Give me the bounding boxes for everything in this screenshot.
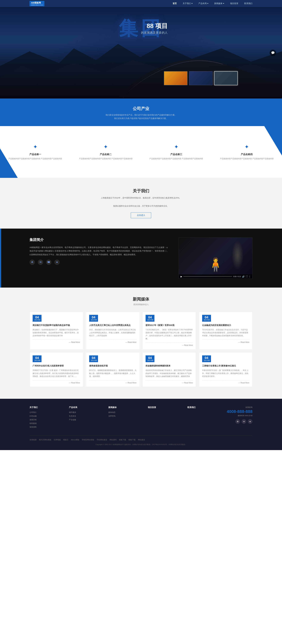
footer-hotline-number: 4008-888-888	[227, 409, 252, 414]
video-player[interactable]: 🧍 ▶ 0:00 / 0:13 🔊 ⛶ ⋮	[179, 238, 252, 279]
footer-link-8[interactable]: 模板下载	[119, 438, 126, 441]
footer-products-list: 城市建设 生态农业 产业金融	[69, 411, 102, 421]
hero-thumb-1[interactable]	[164, 71, 187, 85]
nav-item-contact[interactable]: 联系我们	[244, 2, 252, 5]
group-icon-share[interactable]: ♻	[30, 260, 35, 265]
about-title: 关于我们	[0, 188, 282, 194]
product-name-2: 产品名称二	[74, 153, 138, 156]
group-blue-bar	[0, 228, 1, 288]
news-date-7: 04 2017/08	[146, 356, 154, 362]
footer-products-title: 产品布局	[69, 406, 102, 409]
news-card-5: 04 2017/08 广州对外企实行准入负面清单管理 市商务厅7月17日到《主要…	[30, 352, 83, 387]
tri-right	[264, 126, 282, 156]
product-name-3: 产品名称三	[144, 153, 209, 156]
industry-desc2: 我们还在努力为客户提供客户提供优质的产品服务和解决方案。	[0, 117, 282, 120]
news-readmore-2[interactable]: — Read More	[89, 340, 137, 343]
products-grid: ✦ 产品名称一 产品描述内容产品描述内容产品描述内容 产品描述内容产品描述内容 …	[0, 138, 282, 166]
nav-item-home[interactable]: 首页	[173, 2, 177, 5]
news-card-title-4: 让金融成为经济发展的重要动力	[202, 324, 249, 327]
logo-box: AB模板网 WWW.Aibocn.Com	[30, 1, 45, 6]
hero-thumb-3[interactable]	[214, 71, 238, 85]
news-readmore-5[interactable]: — Read More	[33, 380, 80, 384]
news-readmore-3[interactable]: — Read More	[146, 342, 193, 346]
video-play-button[interactable]: ▶	[181, 275, 182, 278]
news-date-6: 04 2017/08	[89, 356, 98, 362]
news-card-desc-4: 7月14日至15日，全国金融工作会议在北京召开。习近平总书记出席会议并发表重要讲…	[202, 328, 249, 337]
group-icon-phone[interactable]: ☎	[46, 260, 51, 265]
news-date-2: 04 2017/08	[89, 315, 98, 322]
product-desc-4: 产品描述内容产品描述内容产品描述内容 产品描述内容产品描述内容	[214, 157, 279, 160]
footer-social-btn-3[interactable]: ★	[248, 419, 252, 424]
footer-links: 友情链接 模式式网站模板 织梦模板 模版王 discuz模板 营销型网站模板 手…	[30, 438, 252, 441]
footer-about-item-5[interactable]: 审查资料	[30, 426, 63, 428]
products-wrapper: ✦ 产品名称一 产品描述内容产品描述内容产品描述内容 产品描述内容产品描述内容 …	[0, 126, 282, 178]
footer-divider	[30, 436, 252, 436]
video-progress-bar[interactable]	[183, 276, 232, 277]
hero-subtitle: 的发展惠及更多的人	[141, 31, 168, 35]
nav-menu: 首页 关于我们 ▾ 产品布局 ▾ 新闻媒体 ▾ 项目投资 联系我们	[173, 2, 252, 5]
footer-link-2[interactable]: 织梦模板	[54, 438, 61, 441]
footer-about-item-2[interactable]: 白色金融	[30, 415, 63, 417]
about-enter-btn[interactable]: 点击进入	[131, 212, 151, 218]
hero-wechat-btn[interactable]: 💬	[269, 50, 276, 56]
footer-news-item-2[interactable]: 业界资讯	[108, 415, 142, 417]
footer-link-6[interactable]: 手机网站建设	[97, 438, 107, 441]
news-readmore-7[interactable]: — Read More	[146, 380, 193, 384]
video-volume-btn[interactable]: 🔊	[242, 275, 245, 278]
news-card-8: 04 2017/08 工商银行在香港上市 募资逾98亿港元 中新社时间7月19日…	[199, 352, 253, 387]
nav-item-news[interactable]: 新闻媒体 ▾	[214, 2, 224, 5]
footer-link-9[interactable]: 模板下载	[128, 438, 136, 441]
footer-link-10[interactable]: 网站建设	[138, 438, 145, 441]
product-item-3: ✦ 产品名称三 产品描述内容产品描述内容产品描述内容 产品描述内容产品描述内容	[141, 138, 212, 166]
footer-news-item-1[interactable]: 媒体动态	[108, 411, 142, 414]
news-readmore-8[interactable]: — Read More	[202, 380, 249, 384]
nav-item-project[interactable]: 项目投资	[230, 2, 238, 5]
footer-link-1[interactable]: 模式式网站模板	[39, 438, 51, 441]
news-more-text[interactable]: 更多新闻媒体进入	[30, 303, 252, 306]
nav-item-products[interactable]: 产品布局 ▾	[198, 2, 208, 5]
news-readmore-1[interactable]: — Read More	[33, 340, 80, 343]
footer-products-item-2[interactable]: 生态农业	[69, 415, 102, 417]
footer-about-item-3[interactable]: 发展历程	[30, 418, 63, 421]
video-controls: ▶ 0:00 / 0:13 🔊 ⛶ ⋮	[179, 274, 252, 278]
footer-col-products: 产品布局 城市建设 生态农业 产业金融	[69, 406, 102, 430]
hero-thumb-2[interactable]	[189, 71, 213, 85]
group-desc: AB模板网是一家专业从事企业管理咨询、电子商务运营服务的公司。主要业务包含精品网…	[30, 246, 170, 256]
nav-item-about[interactable]: 关于我们 ▾	[183, 2, 192, 5]
news-card-title-6: 债券参股股份拓开落	[89, 364, 137, 367]
footer-social-btn-1[interactable]: ♻	[235, 419, 240, 424]
video-fullscreen-btn[interactable]: ⛶	[246, 276, 248, 278]
video-time: 0:00 / 0:13	[233, 276, 241, 278]
footer-products-item-1[interactable]: 城市建设	[69, 411, 102, 414]
footer-social-btn-2[interactable]: ✉	[241, 419, 246, 424]
news-card-desc-8: 中新社时间7月19日（新 飞机师重量大行内组成），本次 上市，华国工商银行公司在…	[202, 369, 249, 378]
group-icon-star[interactable]: ★	[54, 260, 60, 265]
news-card-title-3: 获评2017年《财富》世界500强	[146, 324, 193, 327]
group-text: 集团简介 AB模板网是一家专业从事企业管理咨询、电子商务运营服务的公司。主要业务…	[30, 238, 170, 265]
footer-link-0[interactable]: 友情链接	[30, 438, 37, 441]
news-card-desc-5: 市商务厅7月17日到《主要 提议》广州将面向外资企业正式建立准入负面清单管理，实…	[33, 369, 80, 378]
news-readmore-6[interactable]: — Read More	[89, 380, 137, 384]
footer-grid: 关于我们 公司简介 白色金融 发展历程 销售案例 审查资料 产品布局 城市建设 …	[30, 406, 252, 430]
news-readmore-4[interactable]: — Read More	[202, 340, 249, 343]
video-more-btn[interactable]: ⋮	[249, 276, 250, 278]
footer-link-5[interactable]: 营销型网站模板	[82, 438, 94, 441]
news-card-title-5: 广州对外企实行准入负面清单管理	[33, 364, 80, 367]
svg-rect-2	[0, 36, 282, 98]
about-desc2: 集团以服务社会企业和社会公益，关于更多公司为您的服务业业。	[89, 204, 193, 208]
footer-about-list: 公司简介 白色金融 发展历程 销售案例 审查资料	[30, 411, 63, 428]
navbar[interactable]: AB模板网 WWW.Aibocn.Com 首页 关于我们 ▾ 产品布局 ▾ 新闻…	[0, 0, 282, 7]
footer-about-item-1[interactable]: 公司简介	[30, 411, 63, 414]
group-icon-email[interactable]: ✉	[38, 260, 43, 265]
news-card-desc-7: 在此前召开的全国金融工作会议上，建立完善公司产品体制的改革工作报告，对金融的政策…	[146, 369, 193, 378]
footer-project-title: 项目投资	[148, 406, 181, 409]
footer-col-news: 新闻媒体 媒体动态 业界资讯	[108, 406, 142, 430]
footer-products-item-3[interactable]: 产业金融	[69, 418, 102, 421]
footer-link-3[interactable]: 模版王	[63, 438, 69, 441]
footer-about-item-4[interactable]: 销售案例	[30, 422, 63, 425]
footer-link-4[interactable]: discuz模板	[71, 438, 79, 441]
footer-link-7[interactable]: 网站源码	[110, 438, 117, 441]
hero-project-num: 88 项目	[147, 22, 168, 30]
news-card-title-1: 商业银行不良货款率中短期内将总体平稳	[33, 324, 80, 327]
wechat-icon: 💬	[271, 51, 275, 54]
